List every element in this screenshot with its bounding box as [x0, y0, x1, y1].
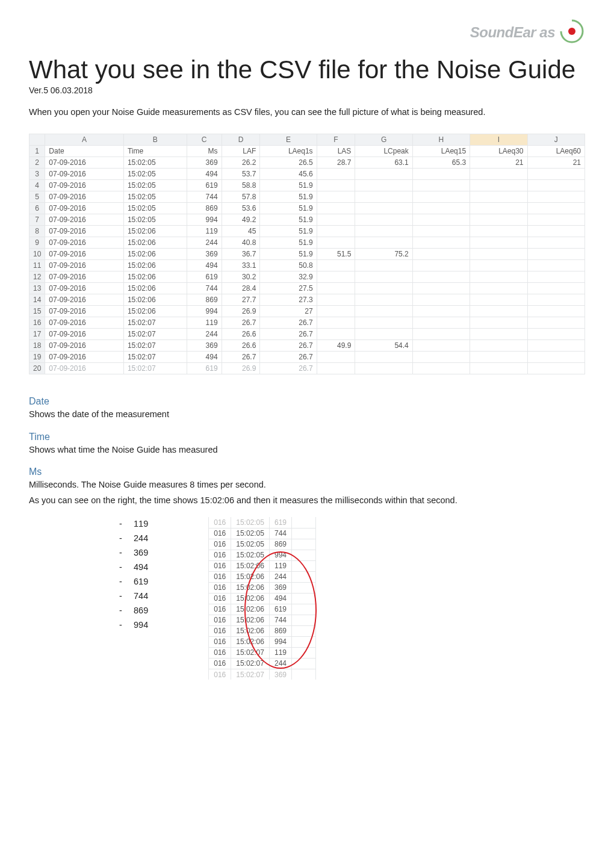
cell [412, 271, 470, 283]
cell: 15:02:07 [123, 317, 187, 329]
cell [527, 226, 585, 237]
cell: 07-09-2016 [45, 249, 124, 260]
cell: 26.5 [260, 157, 317, 169]
cell: 26.7 [260, 340, 317, 352]
cell: 07-09-2016 [45, 329, 124, 340]
cell [412, 169, 470, 180]
cell: 07-09-2016 [45, 260, 124, 271]
cell [470, 294, 527, 306]
cell: 07-09-2016 [45, 294, 124, 306]
column-letter: C [187, 134, 222, 146]
cell: 016 [209, 582, 231, 593]
cell: 15:02:06 [123, 306, 187, 317]
cell: 15:02:06 [231, 636, 270, 647]
cell: 869 [187, 294, 222, 306]
cell: 26.7 [260, 329, 317, 340]
cell: 016 [209, 604, 231, 615]
cell: 53.6 [222, 203, 260, 214]
row-number: 14 [29, 294, 45, 306]
cell: LAeq1s [260, 146, 317, 157]
cell: 21 [470, 157, 527, 169]
cell: 15:02:06 [123, 283, 187, 294]
cell: 51.9 [260, 214, 317, 226]
cell [355, 203, 412, 214]
cell [470, 283, 527, 294]
cell: 40.8 [222, 237, 260, 249]
cell: 244 [269, 571, 291, 582]
cell: 15:02:05 [123, 203, 187, 214]
column-letter: I [470, 134, 527, 146]
cell: 27 [260, 306, 317, 317]
cell [470, 271, 527, 283]
cell: 49.2 [222, 214, 260, 226]
cell [317, 214, 355, 226]
cell: 244 [187, 329, 222, 340]
list-item: 494 [119, 560, 148, 575]
target-icon [559, 18, 585, 45]
cell [527, 294, 585, 306]
cell [470, 191, 527, 203]
cell: 15:02:07 [123, 340, 187, 352]
cell [355, 306, 412, 317]
cell: 016 [209, 528, 231, 539]
list-item: 744 [119, 589, 148, 604]
cell [317, 191, 355, 203]
cell: 15:02:06 [231, 582, 270, 593]
cell [355, 317, 412, 329]
cell [355, 283, 412, 294]
cell: 45 [222, 226, 260, 237]
cell: 07-09-2016 [45, 363, 124, 374]
cell: 494 [187, 352, 222, 363]
cell [470, 226, 527, 237]
cell: 15:02:07 [123, 352, 187, 363]
cell [527, 340, 585, 352]
section-ms-heading: Ms [29, 467, 585, 477]
cell [355, 363, 412, 374]
column-letter: E [260, 134, 317, 146]
cell [470, 180, 527, 191]
cell [470, 203, 527, 214]
cell: 45.6 [260, 169, 317, 180]
cell: 36.7 [222, 249, 260, 260]
cell [412, 306, 470, 317]
cell [470, 363, 527, 374]
spreadsheet: ABCDEFGHIJ 1DateTimeMsLAFLAeq1sLASLCpeak… [29, 134, 585, 374]
cell: 15:02:06 [231, 560, 270, 571]
cell: 07-09-2016 [45, 306, 124, 317]
cell [527, 363, 585, 374]
row-number: 18 [29, 340, 45, 352]
cell: 75.2 [355, 249, 412, 260]
cell: 15:02:05 [231, 539, 270, 550]
cell [470, 306, 527, 317]
cell: 016 [209, 539, 231, 550]
row-number: 3 [29, 169, 45, 180]
cell: 53.7 [222, 169, 260, 180]
section-ms-body2: As you can see on the right, the time sh… [29, 494, 585, 506]
cell: 26.7 [260, 363, 317, 374]
cell: 33.1 [222, 260, 260, 271]
cell [317, 169, 355, 180]
cell: 119 [269, 647, 291, 658]
cell: 15:02:05 [123, 191, 187, 203]
cell: 016 [209, 550, 231, 560]
column-letter: F [317, 134, 355, 146]
cell [317, 294, 355, 306]
row-number: 20 [29, 363, 45, 374]
cell: 244 [187, 237, 222, 249]
cell [412, 283, 470, 294]
cell: 494 [269, 593, 291, 604]
cell: 15:02:05 [123, 157, 187, 169]
row-number: 11 [29, 260, 45, 271]
cell [412, 191, 470, 203]
cell: 369 [187, 157, 222, 169]
cell: 15:02:06 [123, 271, 187, 283]
cell: 27.3 [260, 294, 317, 306]
cell: 07-09-2016 [45, 214, 124, 226]
cell: 744 [269, 528, 291, 539]
cell: 51.9 [260, 203, 317, 214]
cell: 744 [187, 191, 222, 203]
cell [355, 180, 412, 191]
cell [527, 329, 585, 340]
cell [355, 191, 412, 203]
cell: 15:02:06 [231, 593, 270, 604]
